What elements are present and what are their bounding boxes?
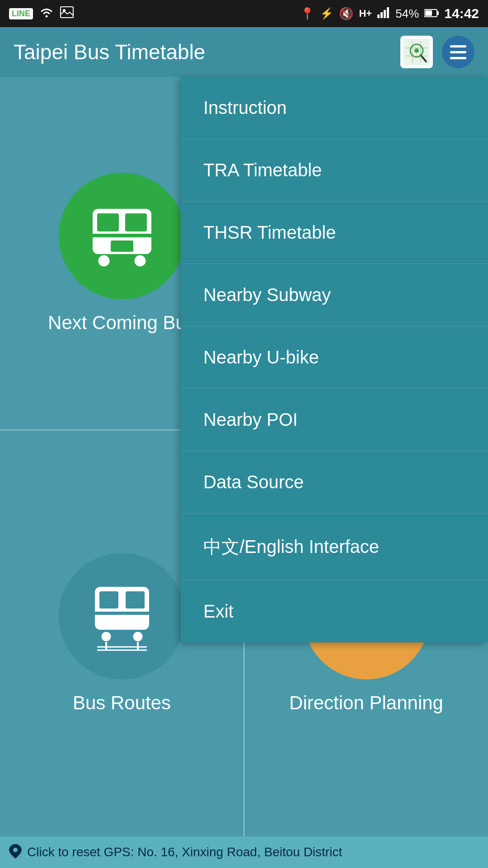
svg-rect-5 [384,10,386,18]
next-coming-bus-label: Next Coming Bus [48,312,196,334]
svg-rect-28 [95,612,149,615]
gps-status-text: Click to reset GPS: No. 16, Xinxing Road… [27,845,342,859]
gps-pin-icon [9,844,22,860]
svg-point-29 [101,631,112,642]
status-bar: LINE 📍 ⚡ 🔇 H+ [0,0,488,27]
svg-point-0 [46,15,48,17]
battery-percent: 54% [395,7,419,21]
svg-rect-19 [97,213,119,231]
svg-point-30 [132,631,143,642]
dropdown-item-tra-timetable[interactable]: TRA Timetable [181,139,488,202]
menu-button[interactable] [442,36,474,68]
status-bar-right: 📍 ⚡ 🔇 H+ 54% 14:42 [300,6,479,21]
dropdown-item-nearby-ubike[interactable]: Nearby U-bike [181,326,488,389]
svg-rect-6 [387,7,389,18]
svg-rect-9 [437,11,439,15]
location-icon: 📍 [300,7,314,21]
image-icon [60,6,74,21]
svg-point-12 [414,48,419,53]
svg-rect-4 [380,12,383,18]
dropdown-item-language[interactable]: 中文/English Interface [181,514,488,580]
mute-icon: 🔇 [339,7,353,21]
battery-icon [424,7,439,21]
dropdown-item-instruction[interactable]: Instruction [181,77,488,139]
map-icon-button[interactable] [400,36,433,68]
svg-rect-27 [126,591,145,609]
bottom-status-bar[interactable]: Click to reset GPS: No. 16, Xinxing Road… [0,836,488,868]
line-icon: LINE [9,8,33,19]
app-title: Taipei Bus Timetable [14,40,205,64]
dropdown-menu: Instruction TRA Timetable THSR Timetable… [181,77,488,642]
direction-planning-label: Direction Planning [289,692,443,714]
svg-point-35 [13,848,18,852]
svg-point-22 [98,255,110,267]
status-bar-left: LINE [9,6,74,22]
svg-rect-26 [99,591,118,609]
time-display: 14:42 [444,6,479,21]
svg-rect-21 [93,234,151,237]
svg-rect-20 [125,213,147,231]
dropdown-item-data-source[interactable]: Data Source [181,451,488,514]
network-hplus-icon: H+ [359,8,372,19]
svg-point-23 [134,255,146,267]
svg-rect-8 [425,10,432,16]
bus-icon-circle [59,173,185,299]
bluetooth-icon: ⚡ [320,7,333,20]
app-bar-icons [400,36,474,68]
dropdown-item-nearby-poi[interactable]: Nearby POI [181,389,488,451]
dropdown-item-exit[interactable]: Exit [181,580,488,642]
bus-routes-label: Bus Routes [73,692,171,714]
wifi-icon [39,6,54,22]
app-bar: Taipei Bus Timetable [0,27,488,77]
dropdown-item-thsr-timetable[interactable]: THSR Timetable [181,202,488,264]
svg-rect-24 [111,241,133,252]
dropdown-item-nearby-subway[interactable]: Nearby Subway [181,264,488,326]
routes-icon-circle [59,553,185,679]
menu-lines-icon [450,45,466,59]
signal-icon [377,6,390,21]
svg-rect-3 [377,14,380,18]
